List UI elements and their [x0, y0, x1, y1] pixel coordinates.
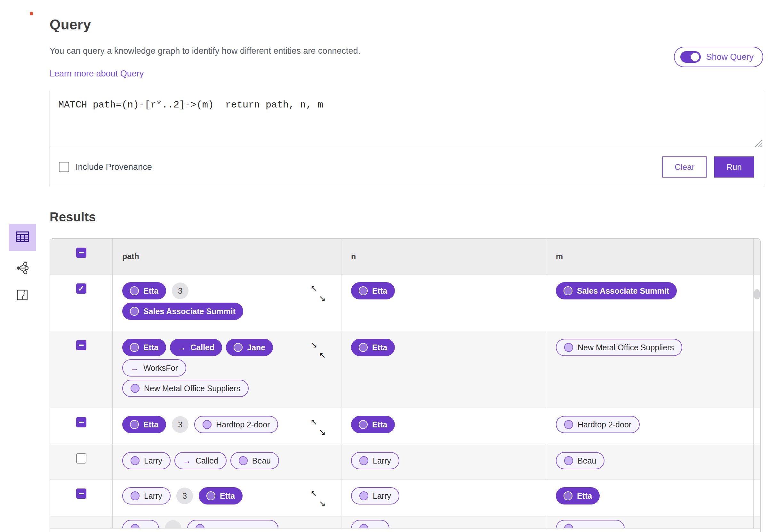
scrollbar-gutter: [753, 444, 761, 479]
node-pill[interactable]: Etta: [122, 339, 166, 356]
edge-pill[interactable]: →Called: [170, 339, 222, 356]
clear-button[interactable]: Clear: [662, 156, 707, 178]
scrollbar-gutter: [753, 239, 761, 274]
pill-label: Etta: [143, 420, 158, 429]
node-circle-icon: [564, 524, 573, 528]
node-pill[interactable]: Etta: [122, 416, 166, 433]
node-pill[interactable]: Beau: [556, 452, 604, 469]
page-title: Query: [50, 17, 763, 33]
row-checkbox[interactable]: [76, 453, 86, 464]
expand-path-icon[interactable]: ↖↘: [310, 418, 326, 436]
path-cell: [112, 516, 341, 528]
node-circle-icon: [564, 286, 572, 295]
node-pill[interactable]: Etta: [199, 487, 243, 504]
hop-count-badge[interactable]: 3: [176, 488, 193, 504]
node-pill[interactable]: New Metal Office Suppliers: [122, 380, 249, 397]
row-checkbox[interactable]: [76, 488, 86, 499]
edge-pill[interactable]: →Called: [174, 452, 227, 469]
node-pill[interactable]: Hardtop 2-door: [194, 416, 278, 433]
row-select-cell: [50, 331, 112, 408]
results-title: Results: [50, 210, 763, 224]
learn-more-link[interactable]: Learn more about Query: [50, 69, 144, 79]
table-header: path n m: [50, 239, 760, 274]
node-circle-icon: [359, 456, 368, 465]
expand-path-icon[interactable]: ↖↘: [310, 284, 326, 303]
show-query-toggle[interactable]: Show Query: [674, 47, 763, 67]
node-pill[interactable]: Sales Associate Summit: [122, 303, 243, 320]
node-circle-icon: [564, 456, 573, 465]
node-pill[interactable]: [556, 520, 625, 528]
table-row: [50, 516, 760, 528]
table-footer: Selected in Query: 5 ✕ 1-100 of 120: [50, 528, 760, 532]
row-checkbox[interactable]: [76, 283, 86, 294]
toggle-switch[interactable]: [680, 51, 701, 63]
row-checkbox[interactable]: [76, 340, 86, 350]
table-row: Etta3Sales Associate Summit↖↘EttaSales A…: [50, 274, 760, 331]
vertical-scrollbar-thumb[interactable]: [754, 289, 760, 299]
path-cell: Etta3Hardtop 2-door↖↘: [112, 408, 341, 444]
map-view-button[interactable]: [9, 287, 36, 305]
include-provenance-label: Include Provenance: [76, 162, 152, 172]
select-all-checkbox[interactable]: [76, 248, 86, 258]
node-circle-icon: [359, 524, 368, 528]
pill-label: Sales Associate Summit: [577, 286, 669, 296]
pill-label: Etta: [372, 286, 387, 296]
node-pill[interactable]: [187, 520, 278, 528]
node-pill[interactable]: Etta: [122, 282, 166, 299]
n-cell: Larry: [341, 444, 546, 479]
include-provenance-checkbox[interactable]: [59, 162, 69, 172]
node-circle-icon: [359, 286, 368, 295]
pill-label: Jane: [247, 343, 265, 352]
node-pill[interactable]: Sales Associate Summit: [556, 282, 677, 299]
pill-label: Hardtop 2-door: [216, 420, 270, 429]
pill-label: New Metal Office Suppliers: [578, 343, 674, 352]
table-view-button[interactable]: [9, 224, 36, 251]
hop-count-badge[interactable]: 3: [172, 282, 188, 299]
hop-count-badge[interactable]: 3: [172, 416, 188, 433]
table-icon: [15, 229, 30, 245]
row-select-cell: [50, 274, 112, 331]
query-editor-footer: Include Provenance Clear Run: [50, 148, 763, 186]
node-pill[interactable]: New Metal Office Suppliers: [556, 339, 682, 356]
node-pill[interactable]: Larry: [122, 487, 171, 504]
m-cell: Etta: [546, 480, 753, 516]
node-pill[interactable]: Larry: [351, 452, 399, 469]
node-pill[interactable]: [351, 520, 389, 528]
node-circle-icon: [359, 343, 368, 352]
collapse-path-icon[interactable]: ↘↖: [310, 341, 326, 359]
node-pill[interactable]: Hardtop 2-door: [556, 416, 640, 433]
screen-artifact: [30, 12, 33, 15]
node-circle-icon: [564, 491, 572, 500]
row-checkbox[interactable]: [76, 417, 86, 427]
results-table: path n m Etta3Sales Associate Summit↖↘Et…: [50, 238, 761, 532]
node-pill[interactable]: [122, 520, 159, 528]
node-pill[interactable]: Jane: [226, 339, 273, 356]
node-pill[interactable]: Etta: [351, 416, 395, 433]
column-header-label: m: [556, 252, 563, 261]
scrollbar-gutter: [753, 408, 761, 444]
run-button[interactable]: Run: [714, 156, 754, 178]
node-circle-icon: [234, 343, 243, 352]
row-select-cell: [50, 516, 112, 528]
node-circle-icon: [239, 456, 248, 465]
node-pill[interactable]: Etta: [351, 282, 395, 299]
graph-view-button[interactable]: [9, 260, 36, 278]
pill-label: Etta: [143, 286, 158, 296]
expand-path-icon[interactable]: ↖↘: [310, 489, 326, 508]
node-pill[interactable]: Larry: [351, 487, 399, 504]
path-cell: Etta3Sales Associate Summit↖↘: [112, 274, 341, 331]
node-pill[interactable]: Beau: [230, 452, 279, 469]
query-input[interactable]: MATCH path=(n)-[r*..2]->(m) return path,…: [50, 91, 763, 148]
pill-label: Called: [196, 456, 218, 465]
hop-count-badge[interactable]: [165, 520, 181, 528]
scrollbar-gutter: [753, 274, 761, 331]
edge-pill[interactable]: →WorksFor: [122, 359, 186, 377]
path-line: [122, 520, 341, 528]
pill-label: Larry: [373, 491, 391, 501]
column-header-path: path: [112, 239, 341, 274]
n-cell: Etta: [341, 331, 546, 408]
node-pill[interactable]: Etta: [556, 487, 600, 504]
node-pill[interactable]: Larry: [122, 452, 171, 469]
node-pill[interactable]: Etta: [351, 339, 395, 356]
scrollbar-gutter: [753, 480, 761, 516]
